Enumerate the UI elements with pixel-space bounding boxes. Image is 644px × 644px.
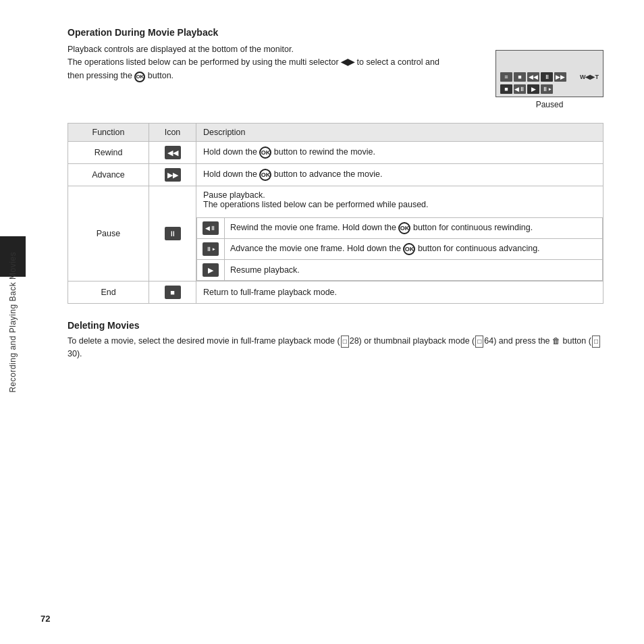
sidebar-text: Recording and Playing Back Movies <box>8 252 18 393</box>
camera-ui-block: ≡ ■ ◀◀ ⏸ ▶▶ W◀▶T ■ ◀⏸ ▶ ⏸▶ <box>495 43 603 109</box>
camera-stop2-icon: ■ <box>500 84 512 94</box>
pause-icon-box: ⏸ <box>165 227 181 240</box>
intro-text-1: Playback controls are displayed at the b… <box>68 43 446 82</box>
icon-advance: ▶▶ <box>149 164 196 186</box>
advance-icon-box: ▶▶ <box>165 168 181 182</box>
ok-icon-adf: OK <box>403 243 415 255</box>
paused-label: Paused <box>536 100 564 109</box>
playback-table: Function Icon Description Rewind ◀◀ Hold… <box>68 123 603 304</box>
camera-ff-icon: ▶▶ <box>554 72 566 82</box>
table-row-advance: Advance ▶▶ Hold down the OK button to ad… <box>68 164 603 186</box>
ok-icon-rwf: OK <box>398 222 410 234</box>
page-container: Recording and Playing Back Movies Operat… <box>0 0 644 644</box>
th-icon: Icon <box>149 124 196 142</box>
sub-icon-rewind-frame: ◀⏸ <box>197 218 225 239</box>
ref-icon-30: □ <box>592 336 600 348</box>
ok-icon-rewind: OK <box>259 146 271 159</box>
sub-desc-advance-frame: Advance the movie one frame. Hold down t… <box>225 239 603 260</box>
page-number: 72 <box>41 614 50 624</box>
wt-label: W◀▶T <box>580 74 599 80</box>
desc-pause: Pause playback. The operations listed be… <box>196 186 603 281</box>
sub-row-play: ▶ Resume playback. <box>197 260 603 281</box>
camera-menu-icon: ≡ <box>500 72 512 82</box>
camera-play-icon: ▶ <box>527 84 539 94</box>
trash-icon: 🗑 <box>552 336 560 346</box>
camera-ff-frame-icon: ⏸▶ <box>541 84 553 94</box>
ok-icon-advance: OK <box>259 169 271 181</box>
pause-intro-text: Pause playback. The operations listed be… <box>196 186 603 212</box>
function-advance: Advance <box>68 164 149 186</box>
table-row-pause: Pause ⏸ Pause playback. The operations l… <box>68 186 603 281</box>
camera-pause-icon: ⏸ <box>541 72 553 82</box>
deleting-text: To delete a movie, select the desired mo… <box>68 335 603 361</box>
desc-rewind: Hold down the OK button to rewind the mo… <box>196 142 603 164</box>
top-area: Playback controls are displayed at the b… <box>68 43 603 109</box>
rewind-frame-icon-box: ◀⏸ <box>203 221 219 235</box>
sub-icon-advance-frame: ⏸▶ <box>197 239 225 260</box>
camera-rewind-icon: ◀◀ <box>527 72 539 82</box>
deleting-heading: Deleting Movies <box>68 320 603 331</box>
camera-ui: ≡ ■ ◀◀ ⏸ ▶▶ W◀▶T ■ ◀⏸ ▶ ⏸▶ <box>495 50 603 97</box>
deleting-section: Deleting Movies To delete a movie, selec… <box>68 320 603 361</box>
table-row-rewind: Rewind ◀◀ Hold down the OK button to rew… <box>68 142 603 164</box>
camera-controls-bottom-row: ■ ◀⏸ ▶ ⏸▶ <box>500 84 599 94</box>
icon-pause: ⏸ <box>149 186 196 281</box>
sub-row-rewind-frame: ◀⏸ Rewind the movie one frame. Hold down… <box>197 218 603 239</box>
rewind-icon-box: ◀◀ <box>165 146 181 159</box>
ref-icon-28: □ <box>341 336 349 348</box>
camera-stop-icon: ■ <box>514 72 526 82</box>
section1-heading: Operation During Movie Playback <box>68 27 603 38</box>
icon-end: ■ <box>149 281 196 304</box>
table-header-row: Function Icon Description <box>68 124 603 142</box>
icon-rewind: ◀◀ <box>149 142 196 164</box>
function-end: End <box>68 281 149 304</box>
th-function: Function <box>68 124 149 142</box>
function-rewind: Rewind <box>68 142 149 164</box>
camera-rw-frame-icon: ◀⏸ <box>514 84 526 94</box>
main-content: Operation During Movie Playback Playback… <box>68 27 603 361</box>
sub-desc-rewind-frame: Rewind the movie one frame. Hold down th… <box>225 218 603 239</box>
desc-end: Return to full-frame playback mode. <box>196 281 603 304</box>
desc-advance: Hold down the OK button to advance the m… <box>196 164 603 186</box>
th-description: Description <box>196 124 603 142</box>
sidebar-label: Recording and Playing Back Movies <box>0 0 26 644</box>
table-row-end: End ■ Return to full-frame playback mode… <box>68 281 603 304</box>
intro-block: Playback controls are displayed at the b… <box>68 43 446 92</box>
ok-icon-inline: OK <box>134 72 145 82</box>
play-icon-box: ▶ <box>203 263 219 277</box>
camera-controls-top-row: ≡ ■ ◀◀ ⏸ ▶▶ W◀▶T <box>500 72 599 82</box>
sub-row-advance-frame: ⏸▶ Advance the movie one frame. Hold dow… <box>197 239 603 260</box>
ref-icon-64: □ <box>475 336 483 348</box>
stop-icon-box: ■ <box>165 286 181 299</box>
sub-icon-play: ▶ <box>197 260 225 281</box>
sub-table-pause: ◀⏸ Rewind the movie one frame. Hold down… <box>196 217 603 281</box>
function-pause: Pause <box>68 186 149 281</box>
top-controls-left: ≡ ■ ◀◀ ⏸ ▶▶ <box>500 72 568 82</box>
advance-frame-icon-box: ⏸▶ <box>203 242 219 256</box>
sub-desc-play: Resume playback. <box>225 260 603 281</box>
